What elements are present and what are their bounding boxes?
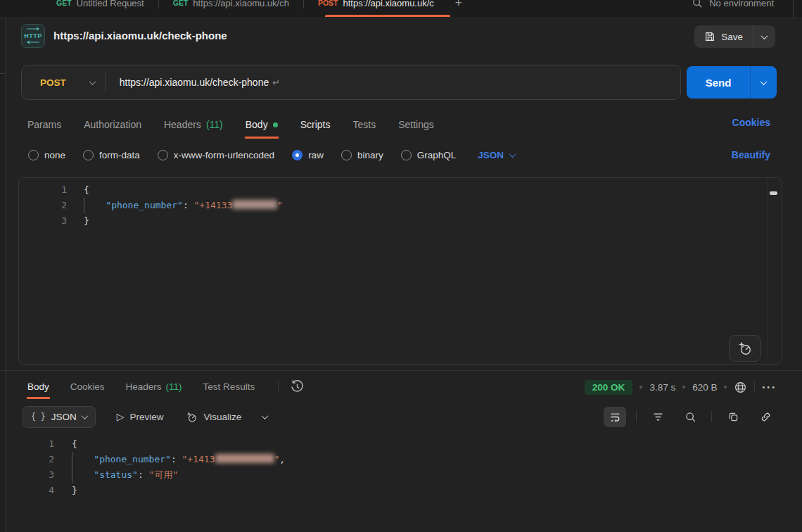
response-toolbar: { } JSON ▷ Preview Visualize bbox=[23, 405, 777, 428]
save-options-button[interactable] bbox=[753, 25, 775, 48]
radio-label: form-data bbox=[99, 150, 140, 160]
radio-icon bbox=[83, 150, 94, 160]
environment-selector[interactable]: No environment bbox=[692, 0, 774, 17]
body-type-radio-x-www-form-urlencoded[interactable]: x-www-form-urlencoded bbox=[158, 150, 274, 160]
link-icon[interactable] bbox=[754, 407, 777, 427]
radio-label: none bbox=[44, 150, 65, 160]
code-content: "phone_number": "+14133" bbox=[84, 198, 283, 213]
copy-icon[interactable] bbox=[722, 407, 744, 427]
braces-icon: { } bbox=[31, 412, 46, 422]
chevron-down-icon bbox=[761, 32, 768, 39]
editor-scrollbar-thumb[interactable] bbox=[770, 191, 777, 195]
tab-label: Body bbox=[246, 119, 268, 130]
body-type-radio-binary[interactable]: binary bbox=[341, 150, 383, 160]
redacted-text bbox=[215, 454, 274, 463]
response-tab-headers[interactable]: Headers(11) bbox=[125, 374, 183, 399]
postbot-sparkle-icon bbox=[737, 340, 753, 357]
response-status-row: 200 OK 3.87 s 620 B ••• bbox=[585, 377, 777, 397]
body-type-radio-none[interactable]: none bbox=[28, 150, 65, 160]
tab-method-label: GET bbox=[56, 0, 72, 7]
response-format-dropdown[interactable]: { } JSON bbox=[23, 406, 96, 428]
workspace-tab[interactable]: GETUntitled Request bbox=[42, 0, 158, 17]
request-body-editor[interactable]: 1{2 "phone_number": "+14133"3} bbox=[18, 177, 782, 365]
response-tab-cookies[interactable]: Cookies bbox=[70, 374, 106, 399]
language-dropdown[interactable]: JSON bbox=[478, 150, 515, 160]
code-token: "phone_number" bbox=[106, 200, 183, 210]
pane-divider[interactable] bbox=[0, 370, 802, 371]
code-token: } bbox=[84, 215, 89, 226]
send-button[interactable]: Send bbox=[687, 66, 750, 99]
tab-settings[interactable]: Settings bbox=[397, 111, 435, 139]
body-type-radio-raw[interactable]: raw bbox=[292, 150, 324, 160]
beautify-link[interactable]: Beautify bbox=[732, 149, 770, 160]
method-dropdown[interactable]: POST bbox=[22, 77, 105, 88]
save-button[interactable]: Save bbox=[694, 25, 753, 48]
tab-method-label: GET bbox=[173, 0, 189, 7]
tab-headers[interactable]: Headers(11) bbox=[163, 111, 224, 139]
chevron-down-icon bbox=[81, 412, 88, 419]
radio-label: binary bbox=[357, 150, 383, 160]
code-token: "phone_number" bbox=[94, 454, 171, 464]
more-options-icon[interactable]: ••• bbox=[762, 383, 777, 391]
code-content: { bbox=[84, 182, 89, 198]
cookies-link[interactable]: Cookies bbox=[732, 117, 770, 128]
editor-scrollbar-track[interactable] bbox=[768, 179, 778, 363]
environment-quick-look-icon[interactable] bbox=[692, 0, 703, 8]
workspace-tab[interactable]: GEThttps://api.xiaomu.uk/ch bbox=[159, 0, 303, 17]
body-type-radio-form-data[interactable]: form-data bbox=[83, 150, 140, 160]
status-badge[interactable]: 200 OK bbox=[585, 380, 633, 395]
filter-icon[interactable] bbox=[647, 407, 669, 427]
divider bbox=[278, 381, 279, 393]
separator-dot bbox=[639, 386, 642, 388]
visualize-button[interactable]: Visualize bbox=[185, 410, 242, 424]
preview-label: Preview bbox=[130, 412, 164, 422]
visualize-label: Visualize bbox=[204, 412, 242, 422]
tab-count: (11) bbox=[166, 381, 182, 392]
search-icon[interactable] bbox=[679, 407, 701, 427]
line-number: 3 bbox=[0, 467, 54, 483]
body-type-radio-GraphQL[interactable]: GraphQL bbox=[401, 150, 457, 160]
preview-button[interactable]: ▷ Preview bbox=[117, 411, 164, 422]
code-token: : bbox=[138, 469, 149, 480]
network-globe-icon[interactable] bbox=[734, 381, 747, 394]
send-options-button[interactable] bbox=[750, 66, 777, 99]
code-line: 1{ bbox=[0, 436, 285, 452]
postbot-button[interactable] bbox=[729, 335, 761, 362]
code-token bbox=[72, 469, 94, 480]
tab-params[interactable]: Params bbox=[27, 111, 62, 139]
code-line: 4} bbox=[0, 483, 285, 498]
history-icon[interactable] bbox=[290, 379, 305, 394]
code-token: } bbox=[72, 485, 77, 495]
response-body-viewer: 1{2 "phone_number": "+1413",3 "status": … bbox=[0, 436, 285, 498]
environment-label[interactable]: No environment bbox=[709, 0, 774, 8]
response-tab-body[interactable]: Body bbox=[27, 374, 50, 399]
tab-body[interactable]: Body bbox=[245, 111, 279, 139]
tab-title: Untitled Request bbox=[77, 0, 144, 8]
tab-tests[interactable]: Tests bbox=[352, 111, 376, 139]
radio-label: x-www-form-urlencoded bbox=[174, 150, 274, 160]
send-split-button: Send bbox=[687, 66, 777, 99]
tab-label: Test Results bbox=[203, 381, 255, 392]
language-label: JSON bbox=[478, 150, 504, 160]
code-content: } bbox=[84, 213, 89, 229]
line-number: 1 bbox=[19, 182, 67, 198]
tab-scripts[interactable]: Scripts bbox=[300, 111, 331, 139]
tab-authorization[interactable]: Authorization bbox=[83, 111, 142, 139]
indent-guide bbox=[72, 452, 72, 467]
url-input[interactable]: https://api.xiaomu.uk/check-phone bbox=[106, 77, 269, 88]
tab-label: Params bbox=[27, 119, 61, 130]
add-tab-button[interactable]: + bbox=[448, 0, 469, 10]
radio-icon bbox=[341, 150, 352, 160]
code-line: 2 "phone_number": "+14133" bbox=[19, 198, 782, 213]
visualize-options-button[interactable] bbox=[262, 414, 267, 419]
line-number: 4 bbox=[0, 483, 54, 498]
response-tab-test-results[interactable]: Test Results bbox=[203, 374, 256, 399]
radio-label: GraphQL bbox=[417, 150, 457, 160]
body-type-row: noneform-datax-www-form-urlencodedrawbin… bbox=[28, 144, 515, 166]
wrap-text-button[interactable] bbox=[604, 407, 626, 427]
indent-guide bbox=[84, 198, 84, 213]
separator-dot bbox=[682, 386, 685, 388]
chevron-down-icon bbox=[89, 78, 96, 85]
divider bbox=[711, 411, 712, 422]
code-content: "phone_number": "+1413", bbox=[72, 452, 285, 467]
